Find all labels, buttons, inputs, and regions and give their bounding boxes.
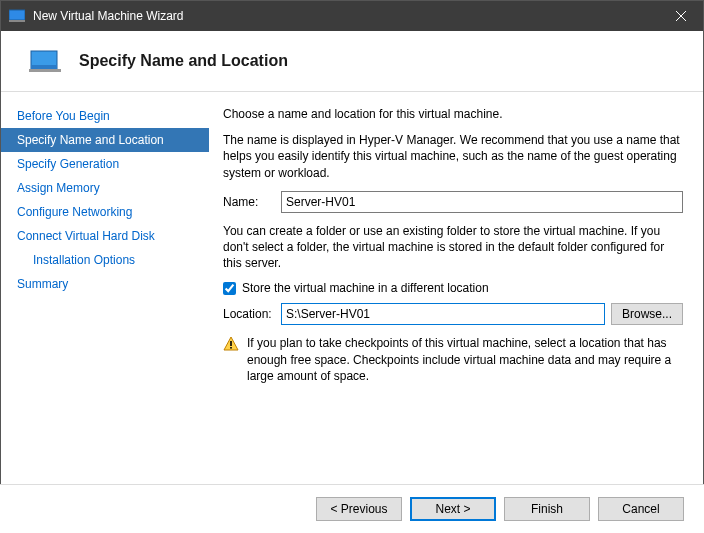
browse-button[interactable]: Browse...: [611, 303, 683, 325]
location-description: You can create a folder or use an existi…: [223, 223, 683, 272]
app-icon: [9, 8, 25, 24]
wizard-footer: < Previous Next > Finish Cancel: [0, 484, 704, 533]
previous-button[interactable]: < Previous: [316, 497, 402, 521]
titlebar: New Virtual Machine Wizard: [1, 1, 703, 31]
wizard-header: Specify Name and Location: [1, 31, 703, 92]
name-description: The name is displayed in Hyper-V Manager…: [223, 132, 683, 181]
svg-rect-1: [9, 20, 25, 22]
wizard-steps-sidebar: Before You Begin Specify Name and Locati…: [1, 92, 209, 512]
svg-rect-5: [31, 65, 57, 69]
name-label: Name:: [223, 195, 281, 209]
wizard-content: Choose a name and location for this virt…: [209, 92, 703, 512]
close-button[interactable]: [658, 1, 703, 31]
svg-rect-0: [9, 10, 25, 20]
step-summary[interactable]: Summary: [1, 272, 209, 296]
header-icon: [29, 49, 61, 73]
step-specify-name-location[interactable]: Specify Name and Location: [1, 128, 209, 152]
intro-text: Choose a name and location for this virt…: [223, 106, 683, 122]
store-different-location-checkbox[interactable]: [223, 282, 236, 295]
name-input[interactable]: [281, 191, 683, 213]
svg-rect-6: [29, 69, 61, 72]
window-title: New Virtual Machine Wizard: [33, 9, 658, 23]
store-checkbox-label: Store the virtual machine in a different…: [242, 281, 489, 295]
location-input[interactable]: [281, 303, 605, 325]
finish-button[interactable]: Finish: [504, 497, 590, 521]
step-installation-options[interactable]: Installation Options: [1, 248, 209, 272]
warning-text: If you plan to take checkpoints of this …: [247, 335, 683, 384]
step-assign-memory[interactable]: Assign Memory: [1, 176, 209, 200]
cancel-button[interactable]: Cancel: [598, 497, 684, 521]
warning-icon: [223, 336, 239, 352]
step-configure-networking[interactable]: Configure Networking: [1, 200, 209, 224]
svg-rect-9: [230, 347, 232, 349]
close-icon: [676, 11, 686, 21]
svg-rect-8: [230, 341, 232, 346]
location-label: Location:: [223, 307, 281, 321]
step-before-you-begin[interactable]: Before You Begin: [1, 104, 209, 128]
step-connect-vhd[interactable]: Connect Virtual Hard Disk: [1, 224, 209, 248]
next-button[interactable]: Next >: [410, 497, 496, 521]
page-title: Specify Name and Location: [79, 52, 288, 70]
step-specify-generation[interactable]: Specify Generation: [1, 152, 209, 176]
